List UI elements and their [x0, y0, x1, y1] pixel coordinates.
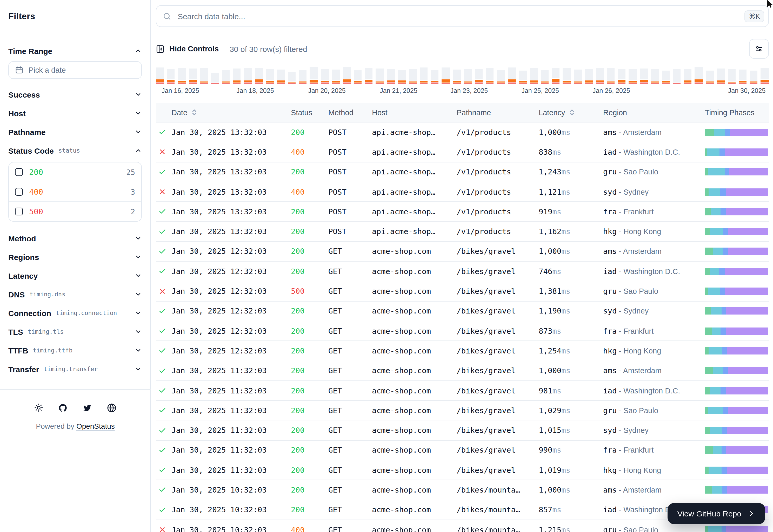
column-header-date[interactable]: Date [171, 108, 291, 117]
timeline-bar[interactable] [442, 67, 450, 84]
filter-section-success[interactable]: Success [8, 85, 142, 104]
timeline-bar[interactable] [695, 67, 703, 84]
filter-section-method[interactable]: Method [8, 229, 142, 248]
filter-section-host[interactable]: Host [8, 104, 142, 122]
timeline-bar[interactable] [618, 69, 626, 84]
github-icon[interactable] [58, 403, 67, 413]
view-github-repo-button[interactable]: View GitHub Repo [668, 503, 765, 524]
checkbox[interactable] [15, 188, 23, 196]
table-row[interactable]: Jan 30, 2025 12:32:03200GETacme-shop.com… [156, 242, 769, 262]
timeline-bar[interactable] [662, 71, 670, 84]
timeline-bar[interactable] [728, 69, 736, 84]
table-row[interactable]: Jan 30, 2025 10:32:03200GETacme-shop.com… [156, 480, 769, 500]
timeline-bar[interactable] [563, 68, 571, 84]
timeline-bar[interactable] [519, 71, 526, 84]
column-header-region[interactable]: Region [603, 108, 705, 117]
table-row[interactable]: Jan 30, 2025 13:32:03400POSTapi.acme-sho… [156, 182, 769, 202]
status-filter-option-200[interactable]: 20025 [9, 162, 141, 182]
table-row[interactable]: Jan 30, 2025 11:32:03200GETacme-shop.com… [156, 441, 769, 461]
timeline-bar[interactable] [717, 69, 725, 84]
table-row[interactable]: Jan 30, 2025 11:32:03200GETacme-shop.com… [156, 401, 769, 421]
timeline-bar[interactable] [398, 70, 406, 84]
timeline-bar[interactable] [464, 69, 472, 84]
timeline-bar[interactable] [541, 70, 548, 84]
filter-section-status-code[interactable]: Status Code status [8, 141, 142, 160]
sort-icon[interactable] [191, 108, 197, 116]
table-row[interactable]: Jan 30, 2025 13:32:03400POSTapi.acme-sho… [156, 142, 769, 162]
timeline-bar[interactable] [266, 69, 274, 84]
search-input[interactable] [176, 11, 740, 21]
timeline-bar[interactable] [387, 69, 395, 84]
timeline-bar[interactable] [497, 70, 505, 84]
filter-section-transfer[interactable]: Transfertiming.transfer [8, 360, 142, 378]
timeline-bar[interactable] [761, 68, 769, 84]
timeline-bar[interactable] [431, 70, 439, 84]
timeline-bar[interactable] [453, 70, 460, 84]
timeline-bar[interactable] [530, 68, 538, 84]
timeline-bar[interactable] [673, 69, 681, 84]
timeline-bar[interactable] [409, 69, 417, 84]
timeline-bar[interactable] [640, 69, 648, 84]
column-header-pathname[interactable]: Pathname [457, 108, 539, 117]
table-row[interactable]: Jan 30, 2025 12:32:03200GETacme-shop.com… [156, 262, 769, 282]
timeline-bar[interactable] [222, 70, 230, 84]
checkbox[interactable] [15, 168, 23, 176]
timeline-bar[interactable] [167, 69, 174, 84]
globe-icon[interactable] [107, 403, 116, 413]
column-header-method[interactable]: Method [328, 108, 372, 117]
filter-section-time-range[interactable]: Time Range [8, 42, 142, 60]
timeline-bar[interactable] [189, 69, 197, 84]
timeline-bar[interactable] [233, 69, 241, 84]
theme-toggle-sun-icon[interactable] [34, 403, 43, 413]
timeline-bar[interactable] [376, 69, 384, 84]
view-options-button[interactable] [749, 39, 769, 59]
timeline-bar[interactable] [200, 68, 208, 84]
status-filter-option-400[interactable]: 4003 [9, 182, 141, 202]
table-row[interactable]: Jan 30, 2025 12:32:03200GETacme-shop.com… [156, 341, 769, 361]
timeline-bar[interactable] [299, 70, 307, 84]
table-row[interactable]: Jan 30, 2025 12:32:03500GETacme-shop.com… [156, 282, 769, 302]
timeline-bar[interactable] [486, 68, 493, 84]
table-row[interactable]: Jan 30, 2025 13:32:03200POSTapi.acme-sho… [156, 162, 769, 182]
timeline-bar[interactable] [706, 71, 714, 84]
table-row[interactable]: Jan 30, 2025 13:32:03200POSTapi.acme-sho… [156, 122, 769, 142]
column-header-status[interactable]: Status [291, 108, 328, 117]
timeline-bar[interactable] [354, 70, 362, 84]
timeline-bar[interactable] [255, 68, 263, 84]
column-header-latency[interactable]: Latency [539, 108, 603, 117]
timeline-bar[interactable] [750, 71, 758, 84]
table-row[interactable]: Jan 30, 2025 12:32:03200GETacme-shop.com… [156, 321, 769, 341]
timeline-bar[interactable] [156, 67, 163, 84]
timeline-bar[interactable] [321, 69, 329, 84]
filter-section-pathname[interactable]: Pathname [8, 122, 142, 141]
table-row[interactable]: Jan 30, 2025 11:32:03200GETacme-shop.com… [156, 460, 769, 480]
timeline-bar[interactable] [684, 69, 692, 84]
filter-section-ttfb[interactable]: TTFBtiming.ttfb [8, 341, 142, 360]
sort-icon[interactable] [569, 108, 575, 116]
timeline-bar[interactable] [277, 70, 285, 84]
timeline-bar[interactable] [310, 67, 318, 84]
table-row[interactable]: Jan 30, 2025 11:32:03200GETacme-shop.com… [156, 421, 769, 441]
timeline-bar[interactable] [607, 68, 615, 84]
filter-section-regions[interactable]: Regions [8, 248, 142, 266]
status-filter-option-500[interactable]: 5002 [9, 202, 141, 221]
timeline-bar[interactable] [332, 70, 340, 84]
hide-controls-button[interactable]: Hide Controls [156, 44, 219, 53]
table-row[interactable]: Jan 30, 2025 11:32:03200GETacme-shop.com… [156, 361, 769, 381]
timeline-bar[interactable] [343, 67, 351, 84]
table-row[interactable]: Jan 30, 2025 13:32:03200POSTapi.acme-sho… [156, 202, 769, 222]
timeline-bar[interactable] [244, 68, 252, 84]
timeline-bar[interactable] [288, 72, 296, 84]
timeline-bar[interactable] [585, 69, 593, 84]
column-header-timing-phases[interactable]: Timing Phases [705, 108, 769, 117]
timeline-bar[interactable] [508, 67, 515, 84]
date-picker-button[interactable]: Pick a date [8, 61, 142, 79]
timeline-bar[interactable] [211, 73, 219, 84]
column-header-host[interactable]: Host [372, 108, 457, 117]
filter-section-connection[interactable]: Connectiontiming.connection [8, 304, 142, 322]
timeline-bar[interactable] [596, 68, 604, 84]
checkbox[interactable] [15, 208, 23, 215]
filter-section-dns[interactable]: DNStiming.dns [8, 285, 142, 304]
twitter-icon[interactable] [83, 403, 92, 413]
timeline-bar[interactable] [651, 69, 659, 84]
